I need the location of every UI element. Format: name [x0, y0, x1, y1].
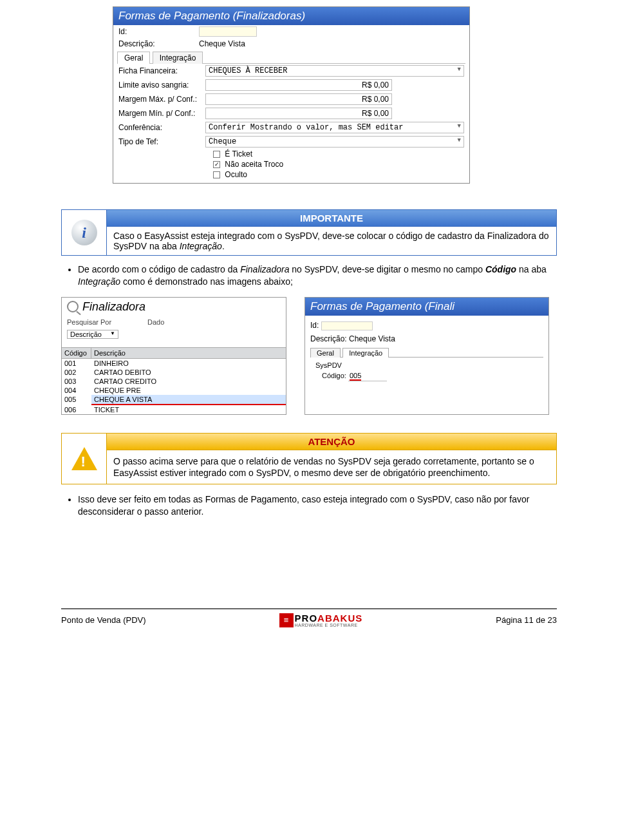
info-icon: i	[62, 210, 107, 255]
checkbox-oculto-label: Oculto	[225, 170, 247, 179]
checkbox-troco-label: Não aceita Troco	[225, 160, 283, 169]
atencao-title: ATENÇÃO	[107, 434, 556, 450]
callout-title: IMPORTANTE	[107, 210, 556, 227]
chevron-down-icon: ▼	[458, 137, 461, 146]
descricao-value: Cheque Vista	[199, 39, 245, 48]
checkbox-ticket[interactable]	[213, 151, 220, 158]
table-row[interactable]: 002CARTAO DEBITO	[62, 368, 286, 377]
margem-min-label: Margem Mín. p/ Conf.:	[118, 109, 205, 118]
ficha-label: Ficha Financeira:	[118, 66, 205, 75]
chevron-down-icon: ▼	[110, 330, 115, 338]
checkbox-ticket-label: É Ticket	[225, 149, 252, 158]
dado-label: Dado	[147, 318, 202, 326]
callout-atencao: ATENÇÃO O passo acima serve para que o r…	[61, 433, 557, 484]
table-row[interactable]: 004CHEQUE PRE	[62, 386, 286, 395]
pesquisar-value: Descrição	[70, 330, 102, 338]
atencao-text: O passo acima serve para que o relatório…	[107, 450, 556, 484]
checkbox-troco[interactable]	[213, 161, 220, 168]
pesquisar-select[interactable]: Descrição ▼	[67, 330, 118, 339]
margem-max-label: Margem Máx. p/ Conf.:	[118, 95, 205, 104]
limite-input[interactable]: R$ 0,00	[205, 79, 392, 91]
conferencia-value: Conferir Mostrando o valor, mas SEM edit…	[209, 123, 403, 132]
tab-integracao[interactable]: Integração	[153, 52, 203, 64]
bullet-list-1: De acordo com o código de cadastro da Fi…	[61, 263, 557, 288]
footer-right: Página 11 de 23	[496, 615, 557, 625]
logo-text-2: ABAKUS	[317, 613, 362, 624]
page-footer: Ponto de Venda (PDV) ≡ PROABAKUS HARDWAR…	[61, 608, 557, 631]
tab2-geral[interactable]: Geral	[310, 348, 341, 358]
ficha-value: CHEQUES À RECEBER	[209, 66, 287, 75]
id2-label: Id:	[310, 321, 319, 330]
ficha-combo[interactable]: CHEQUES À RECEBER ▼	[205, 65, 464, 77]
bullet-2: Isso deve ser feito em todas as Formas d…	[78, 493, 557, 518]
desc2-label: Descrição:	[310, 334, 347, 343]
table-row[interactable]: 005CHEQUE A VISTA	[62, 395, 286, 405]
tef-value: Cheque	[209, 137, 236, 146]
tab-geral[interactable]: Geral	[117, 52, 150, 64]
logo: ≡ PROABAKUS HARDWARE E SOFTWARE	[279, 613, 363, 627]
id-label: Id:	[118, 27, 199, 36]
table-row[interactable]: 001DINHEIRO	[62, 359, 286, 368]
bullet-list-2: Isso deve ser feito em todas as Formas d…	[61, 493, 557, 518]
formas2-title: Formas de Pagamento (Finali	[305, 298, 548, 316]
chevron-down-icon: ▼	[458, 123, 461, 132]
desc2-value: Cheque Vista	[349, 334, 395, 343]
tef-label: Tipo de Tef:	[118, 137, 205, 146]
tabs: Geral Integração	[117, 51, 465, 64]
pesquisar-label: Pesquisar Por	[67, 318, 122, 326]
tab2-integracao[interactable]: Integração	[342, 348, 389, 358]
window-formas-2: Formas de Pagamento (Finali Id: Descriçã…	[304, 297, 549, 415]
codigo-label: Código:	[322, 372, 346, 379]
col-codigo: Código	[62, 348, 91, 358]
margem-min-input[interactable]: R$ 0,00	[205, 108, 392, 119]
logo-mark: ≡	[279, 613, 294, 627]
logo-text-1: PRO	[295, 613, 318, 624]
callout-text: Caso o EasyAssist esteja integrado com o…	[107, 227, 556, 255]
codigo-value: 005	[350, 372, 361, 381]
conferencia-label: Conferência:	[118, 123, 205, 132]
window-finalizadora: Finalizadora Pesquisar Por Dado Descriçã…	[61, 297, 286, 415]
warning-icon	[62, 434, 107, 484]
id-input[interactable]	[199, 26, 257, 37]
callout-importante: i IMPORTANTE Caso o EasyAssist esteja in…	[61, 209, 557, 256]
limite-label: Limite aviso sangria:	[118, 81, 205, 90]
window-title: Formas de Pagamento (Finalizadoras)	[113, 7, 469, 25]
conferencia-combo[interactable]: Conferir Mostrando o valor, mas SEM edit…	[205, 122, 464, 133]
group-syspdv: SysPDV	[310, 358, 543, 370]
col-descricao: Descrição	[91, 348, 286, 358]
tef-combo[interactable]: Cheque ▼	[205, 136, 464, 148]
table-row[interactable]: 006TICKET	[62, 405, 286, 414]
bullet-1: De acordo com o código de cadastro da Fi…	[78, 263, 557, 288]
search-icon	[67, 301, 79, 312]
checkbox-oculto[interactable]	[213, 171, 220, 178]
finalizadora-title: Finalizadora	[82, 300, 145, 314]
footer-left: Ponto de Venda (PDV)	[61, 615, 146, 625]
window-formas-pagamento: Formas de Pagamento (Finalizadoras) Id: …	[113, 6, 470, 184]
chevron-down-icon: ▼	[458, 66, 461, 75]
table-row[interactable]: 003CARTAO CREDITO	[62, 377, 286, 386]
codigo-input[interactable]: 005	[348, 372, 387, 381]
logo-sub: HARDWARE E SOFTWARE	[295, 623, 363, 627]
descricao-label: Descrição:	[118, 39, 199, 48]
table-header: Código Descrição	[62, 347, 286, 359]
margem-max-input[interactable]: R$ 0,00	[205, 93, 392, 105]
id2-input[interactable]	[321, 321, 373, 330]
